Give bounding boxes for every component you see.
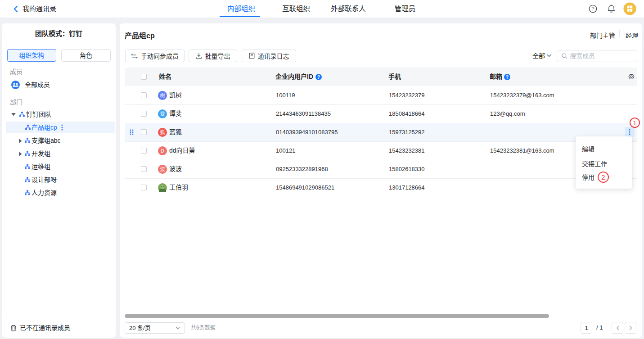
- svg-text:?: ?: [591, 6, 594, 11]
- svg-text:?: ?: [317, 74, 320, 80]
- svg-text:?: ?: [506, 74, 509, 80]
